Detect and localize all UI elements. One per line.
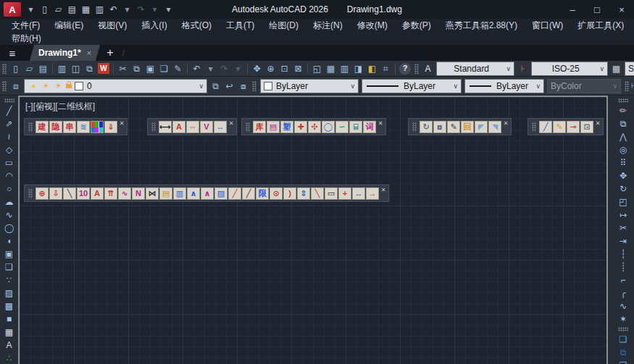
- yx-char-icon[interactable]: 限: [256, 187, 269, 200]
- yx-layers-icon[interactable]: ≋: [77, 121, 90, 133]
- zoom-realtime-icon[interactable]: ⊕: [264, 62, 278, 75]
- yx-dim-span-icon[interactable]: ↔: [214, 121, 227, 133]
- yx-bowtie-icon[interactable]: ⋈: [146, 187, 159, 200]
- batch-plot-icon[interactable]: ⧉: [83, 62, 96, 75]
- yx-hatch-icon[interactable]: ▨: [214, 187, 228, 200]
- drawing-canvas[interactable]: [-][俯视][二维线框] 建隐串≋▦⇓✕ ⟷A⇔V↔✕ 库▤塑✚✣◯∽⌸词✕ …: [18, 96, 608, 364]
- export-dwf-icon[interactable]: W: [98, 63, 109, 74]
- table-style-icon[interactable]: ▦: [609, 62, 623, 75]
- layer-states-icon[interactable]: ⧇: [236, 79, 250, 93]
- zoom-window-icon[interactable]: ⊡: [278, 62, 291, 75]
- mirror-icon[interactable]: ⋀: [617, 130, 630, 143]
- menu-insert[interactable]: 插入(I): [134, 19, 174, 32]
- undo-icon[interactable]: ↶: [190, 62, 204, 75]
- menu-dimension[interactable]: 标注(N): [306, 19, 350, 32]
- break-at-point-icon[interactable]: ┆: [617, 247, 630, 261]
- help-icon[interactable]: ?: [399, 63, 411, 75]
- close-palette-button[interactable]: ✕: [502, 119, 509, 135]
- edit-block-icon[interactable]: ❏: [157, 62, 171, 75]
- window-close-button[interactable]: ×: [609, 0, 634, 19]
- menu-edit[interactable]: 编辑(E): [47, 19, 91, 32]
- yx-cross-thick-icon[interactable]: +: [338, 187, 351, 200]
- window-minimize-button[interactable]: –: [560, 0, 585, 19]
- yx-block-icon[interactable]: 串: [63, 121, 76, 133]
- yx-corner-a-icon[interactable]: ◤: [475, 121, 488, 133]
- copy-icon[interactable]: ⧉: [130, 62, 143, 75]
- menu-yanxiu-toolbox[interactable]: 燕秀工具箱2.88(Y): [438, 19, 525, 32]
- menu-format[interactable]: 格式(O): [175, 19, 219, 32]
- yx-slope2-icon[interactable]: ╱: [242, 187, 255, 200]
- palette-grip[interactable]: [246, 122, 250, 132]
- ellipse-arc-icon[interactable]: ◖: [2, 234, 16, 247]
- redo-caret-icon[interactable]: ▾: [231, 62, 245, 75]
- yx-table-yellow-icon[interactable]: ▤: [159, 187, 172, 200]
- menu-modify[interactable]: 修改(M): [350, 19, 395, 32]
- point-style-icon[interactable]: ∴: [2, 352, 16, 364]
- toolbar-grip[interactable]: [618, 327, 628, 331]
- yx-circle-icon[interactable]: ◯: [322, 121, 335, 133]
- yx-spring-icon[interactable]: ∽: [335, 121, 349, 133]
- layer-previous-icon[interactable]: ↩: [222, 79, 236, 93]
- save-icon[interactable]: ▤: [65, 3, 79, 17]
- layer-properties-icon[interactable]: ⧈: [9, 79, 22, 93]
- menu-help[interactable]: 帮助(H): [4, 32, 49, 45]
- toolbar-grip[interactable]: [2, 64, 7, 74]
- palette-grip[interactable]: [412, 122, 417, 132]
- copy-icon[interactable]: ⧉: [617, 117, 630, 130]
- yx-arc-dash-icon[interactable]: ): [283, 187, 296, 200]
- doc-minimize-button[interactable]: –: [631, 19, 634, 32]
- toolbar-grip[interactable]: [414, 64, 419, 74]
- yx-angle-magenta-icon[interactable]: ∧: [201, 187, 214, 200]
- menu-window[interactable]: 窗口(W): [525, 19, 570, 32]
- new-tab-button[interactable]: +: [107, 46, 113, 59]
- yx-zoom-window-icon[interactable]: ⊡: [580, 121, 593, 133]
- redo-icon[interactable]: ↷: [134, 3, 148, 17]
- linetype-combo[interactable]: ByLayer ∨: [362, 79, 462, 93]
- move-icon[interactable]: ✥: [617, 169, 630, 182]
- circle-icon[interactable]: ○: [2, 182, 16, 195]
- fillet-icon[interactable]: ╭: [617, 287, 630, 300]
- hatch-icon[interactable]: ▨: [2, 287, 16, 300]
- region-icon[interactable]: ■: [2, 313, 16, 326]
- yx-double-slope-icon[interactable]: ╲: [63, 187, 76, 200]
- line-icon[interactable]: ╱: [2, 104, 16, 117]
- save-as-icon[interactable]: ▦: [79, 3, 93, 17]
- layer-thaw-icon[interactable]: ☀: [41, 82, 51, 90]
- open-icon[interactable]: ▱: [51, 3, 65, 17]
- layer-unlock-icon[interactable]: [66, 84, 72, 88]
- ellipse-icon[interactable]: ◯: [2, 221, 16, 234]
- color-combo[interactable]: ByLayer ∨: [260, 79, 359, 93]
- redo-caret-icon[interactable]: ▾: [148, 3, 162, 17]
- tab-close-icon[interactable]: ×: [87, 48, 91, 57]
- yx-dim10-icon[interactable]: 10: [77, 187, 90, 200]
- file-tab-drawing1[interactable]: Drawing1* ×: [30, 45, 100, 61]
- table-style-combo[interactable]: Standard: [625, 62, 634, 76]
- polygon-icon[interactable]: ◇: [2, 143, 16, 156]
- insert-block-icon[interactable]: ▣: [2, 247, 16, 261]
- yx-dim-text-icon[interactable]: A: [172, 121, 185, 133]
- yx-palette-icon[interactable]: ▦: [91, 121, 104, 133]
- yx-seal-icon[interactable]: 回: [461, 121, 474, 133]
- yx-box-icon[interactable]: ⧇: [433, 121, 446, 133]
- multiline-text-icon[interactable]: A: [2, 339, 16, 352]
- menu-express-tools[interactable]: 扩展工具(X): [570, 19, 631, 32]
- toolbar-grip[interactable]: [618, 98, 628, 103]
- layer-on-icon[interactable]: ●: [28, 82, 39, 90]
- text-style-icon[interactable]: A: [421, 62, 435, 75]
- yx-dim-v-icon[interactable]: V: [200, 121, 213, 133]
- cut-icon[interactable]: ✂: [116, 62, 130, 75]
- yx-hide-icon[interactable]: 隐: [49, 121, 62, 133]
- quickcalc-icon[interactable]: ⌗: [379, 62, 393, 75]
- dim-style-icon[interactable]: ⊦: [516, 62, 530, 75]
- close-palette-button[interactable]: ✕: [228, 119, 235, 135]
- markup-set-manager-icon[interactable]: ◧: [365, 62, 379, 75]
- yx-line-arrow-icon[interactable]: →: [366, 187, 379, 200]
- yx-harrows-icon[interactable]: ↔: [352, 187, 365, 200]
- close-palette-button[interactable]: ✕: [118, 119, 125, 135]
- yx-tool-icon[interactable]: ✣: [308, 121, 321, 133]
- toolbar-grip[interactable]: [625, 81, 629, 91]
- qat-customize-icon[interactable]: ▾: [162, 3, 175, 17]
- arc-icon[interactable]: ◠: [2, 169, 16, 182]
- revision-cloud-icon[interactable]: ☁: [2, 195, 16, 208]
- yx-n-line-icon[interactable]: N: [132, 187, 145, 200]
